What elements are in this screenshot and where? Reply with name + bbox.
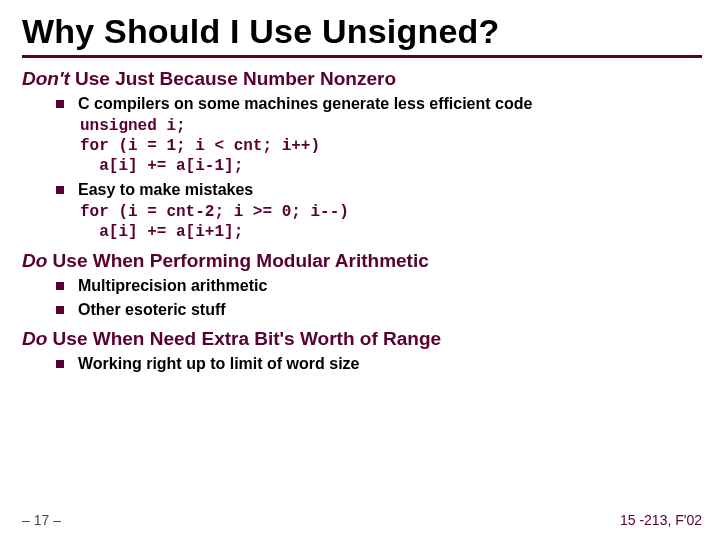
course-tag: 15 -213, F'02 xyxy=(620,512,702,528)
bullet-mistakes: Easy to make mistakes xyxy=(56,180,702,200)
bullet-list-2: Easy to make mistakes xyxy=(56,180,702,200)
section-text: Use Just Because Number Nonzero xyxy=(70,68,396,89)
section-emph: Do xyxy=(22,328,47,349)
section-do-modular: Do Use When Performing Modular Arithmeti… xyxy=(22,250,702,272)
bullet-list-1: C compilers on some machines generate le… xyxy=(56,94,702,114)
section-emph: Don't xyxy=(22,68,70,89)
title-rule xyxy=(22,55,702,58)
section-text: Use When Performing Modular Arithmetic xyxy=(47,250,428,271)
page-number: – 17 – xyxy=(22,512,61,528)
bullet-list-4: Working right up to limit of word size xyxy=(56,354,702,374)
bullet-list-3: Multiprecision arithmetic Other esoteric… xyxy=(56,276,702,320)
bullet-word-size: Working right up to limit of word size xyxy=(56,354,702,374)
section-do-range: Do Use When Need Extra Bit's Worth of Ra… xyxy=(22,328,702,350)
bullet-multiprecision: Multiprecision arithmetic xyxy=(56,276,702,296)
bullet-compilers: C compilers on some machines generate le… xyxy=(56,94,702,114)
section-emph: Do xyxy=(22,250,47,271)
slide: Why Should I Use Unsigned? Don't Use Jus… xyxy=(0,0,720,540)
slide-title: Why Should I Use Unsigned? xyxy=(22,12,702,51)
code-block-2: for (i = cnt-2; i >= 0; i--) a[i] += a[i… xyxy=(80,202,702,242)
code-block-1: unsigned i; for (i = 1; i < cnt; i++) a[… xyxy=(80,116,702,176)
section-dont-nonzero: Don't Use Just Because Number Nonzero xyxy=(22,68,702,90)
bullet-esoteric: Other esoteric stuff xyxy=(56,300,702,320)
section-text: Use When Need Extra Bit's Worth of Range xyxy=(47,328,441,349)
